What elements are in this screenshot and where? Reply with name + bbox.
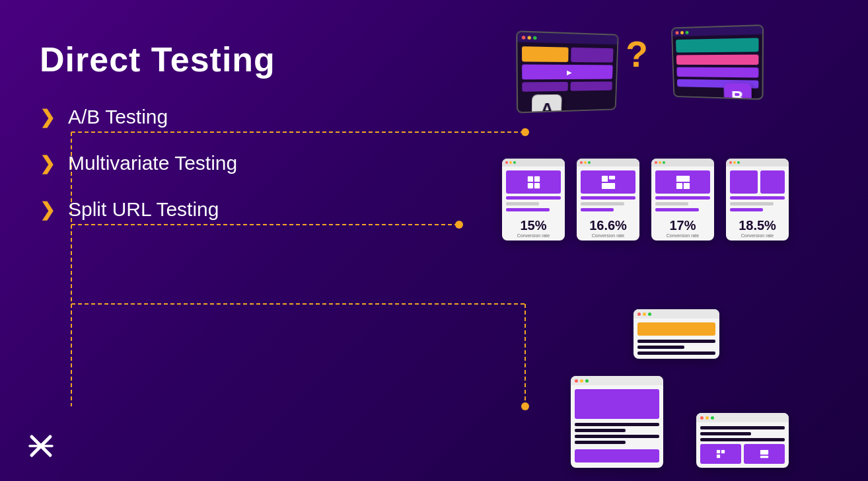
chevron-icon-ab: ❯ bbox=[40, 106, 55, 128]
mv-dot-r3 bbox=[655, 161, 657, 164]
mv-percent-3: 17% bbox=[654, 218, 711, 233]
split-main-line1 bbox=[637, 340, 715, 343]
split-left-line1 bbox=[575, 423, 659, 426]
screen-block-b3 bbox=[676, 67, 758, 78]
list-item-spliturl: ❯ Split URL Testing bbox=[40, 198, 275, 221]
svg-rect-21 bbox=[760, 450, 768, 455]
mv-line-5 bbox=[581, 202, 624, 205]
svg-rect-18 bbox=[717, 450, 720, 453]
list-item-ab: ❯ A/B Testing bbox=[40, 106, 275, 128]
screen-block-b2 bbox=[676, 55, 759, 65]
mv-line-6 bbox=[581, 208, 614, 211]
split-main-line2 bbox=[637, 346, 684, 349]
split-url-testing-label: Split URL Testing bbox=[68, 198, 219, 221]
mv-card-header-4 bbox=[726, 159, 789, 166]
content-left: Direct Testing ❯ A/B Testing ❯ Multivari… bbox=[40, 40, 275, 244]
mv-card-1: 15% Conversion rate bbox=[502, 159, 565, 240]
dot-yellow-a bbox=[528, 36, 531, 39]
chevron-icon-multivariate: ❯ bbox=[40, 153, 55, 174]
split-right-img1 bbox=[700, 444, 741, 464]
chevron-icon-spliturl: ❯ bbox=[40, 199, 55, 221]
screen-block-1 bbox=[522, 46, 568, 62]
list-item-multivariate: ❯ Multivariate Testing bbox=[40, 152, 275, 174]
mv-card-body-3 bbox=[651, 166, 714, 215]
monitor-a: ▶ A bbox=[516, 30, 619, 113]
mv-dot-g3 bbox=[663, 161, 665, 164]
ab-testing-label: A/B Testing bbox=[68, 106, 168, 128]
logo bbox=[26, 431, 56, 461]
svg-rect-11 bbox=[534, 182, 539, 188]
mv-stats-2: 16.6% Conversion rate bbox=[577, 215, 639, 240]
svg-rect-17 bbox=[683, 182, 689, 188]
split-main-line3 bbox=[637, 352, 715, 355]
split-right-header bbox=[696, 413, 789, 422]
split-left-footer bbox=[575, 449, 659, 462]
split-right-img2 bbox=[744, 444, 785, 464]
dot-yellow-b bbox=[680, 30, 684, 34]
split-right-img-row bbox=[700, 444, 785, 464]
mv-img-3 bbox=[655, 170, 710, 194]
mv-card-body-4 bbox=[726, 166, 789, 215]
mv-line-10 bbox=[730, 196, 785, 200]
svg-rect-8 bbox=[527, 176, 532, 181]
mv-dot-y3 bbox=[659, 161, 661, 164]
monitor-a-content: ▶ bbox=[517, 42, 617, 96]
split-dot-y-right bbox=[705, 416, 709, 420]
mv-card-header-1 bbox=[502, 159, 565, 166]
split-left-body bbox=[571, 385, 663, 468]
mv-dot-r4 bbox=[729, 161, 732, 164]
svg-point-4 bbox=[455, 221, 463, 229]
logo-icon bbox=[26, 431, 56, 461]
mv-label-4: Conversion rate bbox=[729, 233, 786, 238]
split-left-header bbox=[571, 376, 663, 385]
svg-rect-15 bbox=[676, 175, 689, 181]
dot-green-a bbox=[533, 36, 536, 39]
screen-block-3 bbox=[522, 82, 567, 92]
split-main-hero bbox=[637, 322, 715, 336]
svg-rect-16 bbox=[676, 182, 682, 188]
mv-dot-y2 bbox=[584, 161, 587, 164]
split-dot-r-left bbox=[575, 379, 578, 383]
svg-rect-22 bbox=[760, 456, 768, 459]
mv-label-2: Conversion rate bbox=[579, 233, 637, 238]
split-dot-y-main bbox=[643, 313, 646, 316]
badge-b: B bbox=[723, 83, 752, 100]
split-right-line1 bbox=[700, 426, 785, 429]
split-left-line4 bbox=[575, 441, 626, 444]
mv-dot-g1 bbox=[513, 161, 516, 164]
ab-testing-illustration: ? ▶ A B bbox=[505, 20, 769, 165]
mv-card-4: 18.5% Conversion rate bbox=[726, 159, 789, 240]
mv-line-7 bbox=[655, 196, 710, 200]
screen-block-4 bbox=[570, 81, 612, 91]
split-right-line2 bbox=[700, 432, 751, 435]
mv-line-3 bbox=[506, 208, 550, 211]
svg-rect-20 bbox=[717, 455, 720, 458]
screen-block-b1 bbox=[676, 38, 759, 52]
split-right-body bbox=[696, 422, 789, 468]
mv-card-body-2 bbox=[577, 166, 639, 215]
split-child-right bbox=[696, 413, 789, 468]
split-left-line2 bbox=[575, 429, 626, 432]
mv-line-9 bbox=[655, 208, 699, 211]
monitor-b-content bbox=[672, 34, 762, 92]
mv-label-3: Conversion rate bbox=[654, 233, 711, 238]
mv-percent-4: 18.5% bbox=[729, 218, 786, 233]
mv-dot-r2 bbox=[580, 161, 583, 164]
split-right-line3 bbox=[700, 438, 785, 441]
split-dot-g-main bbox=[648, 313, 651, 316]
mv-line-11 bbox=[730, 202, 774, 205]
mv-dot-y4 bbox=[733, 161, 736, 164]
mv-line-2 bbox=[506, 202, 539, 205]
split-dot-g-right bbox=[711, 416, 714, 420]
mv-card-2: 16.6% Conversion rate bbox=[577, 159, 639, 240]
split-left-line3 bbox=[575, 435, 659, 438]
svg-rect-19 bbox=[721, 450, 725, 453]
mv-dot-y1 bbox=[509, 161, 512, 164]
spliturl-illustration bbox=[551, 309, 802, 468]
split-dot-y-left bbox=[580, 379, 583, 383]
mv-dot-r1 bbox=[505, 161, 508, 164]
mv-card-body-1 bbox=[502, 166, 565, 215]
split-dot-r-right bbox=[700, 416, 704, 420]
mv-dot-g4 bbox=[737, 161, 740, 164]
split-left-hero bbox=[575, 389, 659, 419]
